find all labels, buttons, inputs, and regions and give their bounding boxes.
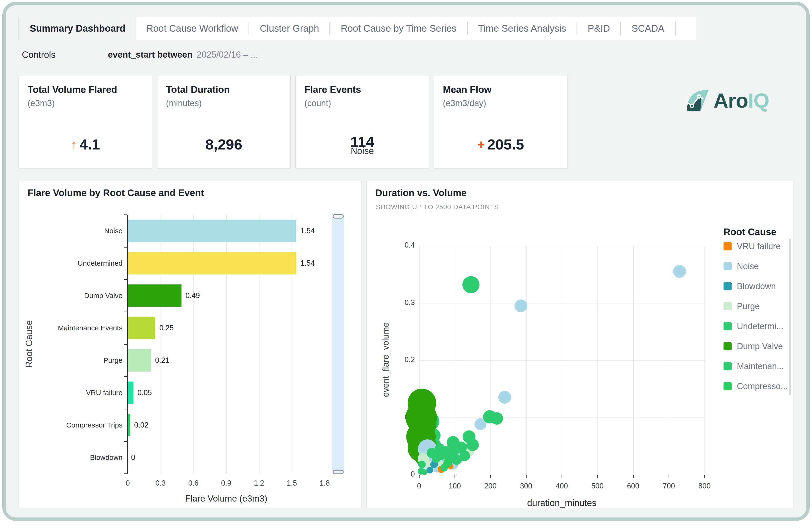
bar-category-label-dump-valve: Dump Valve [24,291,122,300]
tab-root-cause-by-time-series[interactable]: Root Cause by Time Series [330,17,467,40]
aroiq-logo: AroIQ [685,88,769,113]
tab-summary-dashboard[interactable]: Summary Dashboard [18,17,136,40]
bar-category-label-noise: Noise [24,226,122,236]
scatter-x-tick-label: 300 [514,482,538,490]
bar-chart-scrollbar-track[interactable] [332,214,344,474]
scatter-gridline-h [419,418,705,418]
bar-value-label: 1.54 [300,258,315,268]
legend-title: Root Cause [724,227,776,237]
bar-x-tick-label: 0.9 [217,479,236,488]
scatter-point-noise[interactable] [514,299,527,312]
scatter-point-undetermined[interactable] [418,461,426,468]
scatter-x-tick [490,475,491,478]
legend-swatch-dump-valve [724,342,731,350]
bar-noise[interactable] [128,220,296,242]
scatter-point-undetermined[interactable] [491,412,503,425]
legend-item-purge[interactable]: Purge [724,302,760,311]
kpi-value: +205.5 [477,136,524,153]
scatter-point-undetermined[interactable] [450,446,460,456]
bar-x-tick-label: 0.3 [151,479,170,488]
kpi-value-number: 8,296 [205,136,242,153]
bar-dump-valve[interactable] [128,284,182,307]
bar-chart-scrollbar-handle-bottom[interactable] [333,470,344,474]
scatter-x-tick [454,475,455,478]
legend-swatch-blowdown [724,282,731,290]
legend-swatch-compressor-trips [724,382,731,390]
scatter-gridline-h [419,303,705,304]
kpi-card-mean-flow: Mean Flow(e3m3/day)+205.5 [434,76,567,169]
scatter-x-tick [562,475,562,478]
aroiq-logo-text: AroIQ [713,89,769,112]
date-filter[interactable]: event_start between 2025/02/16 – ... [108,50,258,60]
legend-item-vru-failure[interactable]: VRU failure [724,241,781,251]
bar-y-axis-tick [124,279,127,280]
scatter-x-tick-label: 100 [443,482,467,490]
bar-y-axis-tick [124,247,127,248]
legend-label: Blowdown [737,281,776,291]
scatter-point-maintenance-events[interactable] [427,448,437,458]
scatter-point-undetermined[interactable] [460,451,470,461]
legend-label: Maintenan... [737,361,784,371]
legend-item-undetermined[interactable]: Undetermi... [724,321,783,331]
kpi-title: Flare Events [304,84,420,95]
legend-label: Purge [737,302,760,311]
date-filter-value: 2025/02/16 – ... [197,50,258,60]
scatter-x-tick [597,475,598,478]
bar-maintenance-events[interactable] [128,317,155,339]
tab-p-id[interactable]: P&ID [577,17,620,40]
date-filter-name: event_start between [108,50,193,60]
scatter-x-tick [704,475,705,478]
scatter-x-axis-title: duration_minutes [419,498,705,508]
legend-item-blowdown[interactable]: Blowdown [724,281,776,291]
bar-category-label-blowdown: Blowdown [24,453,122,462]
kpi-title: Mean Flow [443,84,559,95]
kpi-card-flare-events: Flare Events(count)114Noise [295,76,429,169]
scatter-point-undetermined[interactable] [466,439,479,451]
scatter-point-compressor-trips[interactable] [443,459,452,467]
scatter-point-noise[interactable] [498,391,511,404]
kpi-card-total-volume-flared: Total Volume Flared(e3m3)↑4.1 [18,76,152,169]
kpi-unit: (minutes) [166,98,281,108]
kpi-row: Total Volume Flared(e3m3)↑4.1Total Durat… [18,76,567,169]
tab-bar: Summary DashboardRoot Cause WorkflowClus… [18,17,696,40]
tab-root-cause-workflow[interactable]: Root Cause Workflow [136,17,249,40]
scatter-point-undetermined[interactable] [462,276,479,293]
scatter-gridline-v [705,246,705,475]
bar-x-tick-label: 0.6 [184,479,203,488]
scatter-x-tick-label: 800 [693,482,716,490]
legend-item-maintenance-events[interactable]: Maintenan... [724,361,784,371]
legend-item-dump-valve[interactable]: Dump Valve [724,341,783,351]
kpi-value-number: 205.5 [487,136,524,153]
bar-purge[interactable] [128,349,151,372]
tab-time-series-analysis[interactable]: Time Series Analysis [468,17,577,40]
bar-compressor-trips[interactable] [128,414,130,436]
legend-item-compressor-trips[interactable]: Compresso... [724,381,788,391]
kpi-value-number: 4.1 [79,136,100,153]
scatter-x-axis-line [419,475,705,475]
scatter-point-blowdown[interactable] [426,467,433,474]
kpi-title: Total Duration [166,84,281,95]
scatter-point-noise[interactable] [673,265,686,278]
legend-label: Compresso... [737,381,788,391]
legend-scrollbar[interactable] [789,238,791,396]
scatter-x-tick [419,475,420,478]
kpi-card-total-duration: Total Duration(minutes)8,296 [157,76,291,169]
legend-swatch-vru-failure [724,242,731,250]
scatter-x-tick-label: 400 [550,482,574,490]
scatter-gridline-h [419,360,705,361]
bar-undetermined[interactable] [128,252,296,275]
scatter-x-tick-label: 500 [585,482,609,490]
bar-vru-failure[interactable] [128,381,133,404]
tab-divider [676,22,676,35]
scatter-point-undetermined[interactable] [422,470,427,475]
legend-item-noise[interactable]: Noise [724,261,759,271]
scatter-x-tick [669,475,669,478]
kpi-unit: (e3m3/day) [443,98,559,108]
tab-scada[interactable]: SCADA [621,17,675,40]
tab-cluster-graph[interactable]: Cluster Graph [249,17,330,40]
bar-chart-scrollbar-handle-top[interactable] [333,214,344,219]
bar-value-label: 1.54 [300,226,315,236]
aroiq-logo-icon [685,88,710,113]
kpi-unit: (count) [304,98,420,108]
scatter-plot: 010020030040050060070080000.10.20.30.4du… [367,181,793,508]
